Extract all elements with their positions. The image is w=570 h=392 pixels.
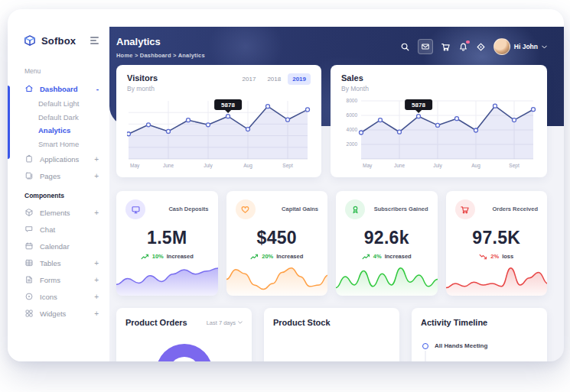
stat-card-orders-received: Orders Received 97.5K 2% loss bbox=[446, 191, 548, 296]
sidebar-item-label: Calendar bbox=[40, 242, 70, 251]
sidebar-subitem-default-light[interactable]: Default Light bbox=[8, 97, 109, 111]
filter-label: Last 7 days bbox=[207, 319, 236, 326]
pages-icon bbox=[24, 171, 34, 180]
heart-icon bbox=[236, 199, 256, 219]
sidebar-item-label: Tables bbox=[40, 259, 60, 267]
sales-card: Sales By Month 2000400060008000MayJuneJu… bbox=[331, 65, 547, 177]
card-title: Activity Timeline bbox=[421, 318, 487, 327]
trend-down-icon bbox=[479, 254, 487, 260]
sidebar-item-tables[interactable]: Tables + bbox=[8, 254, 109, 271]
year-2019-button[interactable]: 2019 bbox=[288, 73, 311, 85]
visitors-card-heading: Visitors By month bbox=[127, 73, 158, 92]
product-orders-donut-chart bbox=[156, 344, 213, 361]
cube-icon bbox=[24, 208, 34, 217]
trend-label: Increased bbox=[276, 253, 303, 260]
svg-text:8000: 8000 bbox=[347, 98, 358, 103]
sidebar-item-dashboard[interactable]: Dashboard - bbox=[8, 80, 109, 97]
sidebar-item-label: Pages bbox=[40, 172, 60, 180]
svg-text:June: June bbox=[394, 163, 405, 168]
timeline-marker-icon bbox=[422, 343, 428, 349]
stat-title: Orders Received bbox=[492, 206, 538, 213]
card-title: Product Orders bbox=[125, 318, 187, 327]
bottom-row: Product Orders Last 7 days Product Stock bbox=[116, 308, 547, 361]
expand-indicator: + bbox=[94, 293, 99, 301]
sidebar-item-label: Elements bbox=[40, 209, 70, 217]
sidebar-toggle-icon[interactable] bbox=[89, 35, 100, 46]
chat-icon bbox=[24, 225, 34, 234]
svg-text:2000: 2000 bbox=[347, 141, 358, 147]
year-2017-button[interactable]: 2017 bbox=[238, 73, 261, 85]
content: Visitors By month 2017 2018 2019 MayJune… bbox=[109, 9, 564, 361]
widgets-icon bbox=[24, 309, 34, 318]
svg-text:Aug: Aug bbox=[243, 163, 252, 169]
subitem-label: Default Light bbox=[38, 99, 79, 108]
expand-indicator: + bbox=[94, 276, 99, 284]
sidebar-item-widgets[interactable]: Widgets + bbox=[8, 305, 109, 322]
target-icon bbox=[24, 292, 34, 301]
svg-text:4000: 4000 bbox=[347, 127, 358, 132]
svg-text:May: May bbox=[363, 163, 373, 169]
logo-row: Sofbox bbox=[8, 9, 109, 47]
last-7-days-dropdown[interactable]: Last 7 days bbox=[207, 319, 243, 326]
stat-value: $450 bbox=[236, 228, 319, 248]
stat-title: Subscribers Gained bbox=[374, 206, 428, 213]
sidebar-item-forms[interactable]: Forms + bbox=[8, 271, 109, 288]
main-area: Analytics Home > Dashboard > Analytics bbox=[109, 9, 564, 361]
sidebar-subitem-analytics[interactable]: Analytics bbox=[8, 124, 109, 138]
trend-label: loss bbox=[502, 253, 513, 260]
file-icon bbox=[24, 275, 34, 284]
logo-text: Sofbox bbox=[41, 35, 76, 47]
chevron-down-icon bbox=[238, 321, 243, 324]
sofbox-logo-icon bbox=[23, 34, 37, 47]
collapse-indicator: - bbox=[96, 85, 99, 93]
sidebar-item-calendar[interactable]: Calendar bbox=[8, 238, 109, 254]
card-subtitle: By Month bbox=[341, 85, 369, 92]
svg-text:June: June bbox=[163, 163, 174, 168]
sidebar-item-icons[interactable]: Icons + bbox=[8, 288, 109, 305]
trend-percent: 20% bbox=[262, 253, 273, 260]
cart-icon bbox=[455, 199, 475, 219]
card-title: Product Stock bbox=[273, 318, 331, 327]
trend-up-icon bbox=[141, 254, 149, 260]
charts-row: Visitors By month 2017 2018 2019 MayJune… bbox=[116, 65, 547, 177]
subscribers-gained-sparkline bbox=[336, 262, 438, 296]
expand-indicator: + bbox=[94, 155, 99, 164]
subitem-label: Smart Home bbox=[38, 140, 79, 148]
sidebar-item-elements[interactable]: Elements + bbox=[8, 204, 109, 221]
svg-text:May: May bbox=[130, 163, 140, 169]
trend-percent: 10% bbox=[152, 253, 164, 260]
product-stock-card: Product Stock bbox=[264, 308, 399, 361]
sidebar-subitem-default-dark[interactable]: Default Dark bbox=[8, 111, 109, 125]
trend-up-icon bbox=[250, 254, 259, 260]
expand-indicator: + bbox=[94, 309, 99, 318]
timeline-item[interactable]: All Hands Meeting bbox=[421, 342, 538, 349]
stat-value: 97.5K bbox=[455, 228, 539, 248]
stat-card-subscribers-gained: Subscribers Gained 92.6k 4% Increased bbox=[336, 191, 438, 296]
sidebar-item-applications[interactable]: Applications + bbox=[8, 151, 109, 167]
year-2018-button[interactable]: 2018 bbox=[262, 73, 285, 85]
stat-title: Cash Deposits bbox=[168, 206, 208, 213]
stat-card-cash-deposits: Cash Deposits 1.5M 10% Increased bbox=[116, 191, 218, 296]
sidebar-item-label: Dashboard bbox=[40, 85, 78, 93]
sidebar: Sofbox Menu Dashboard - Default Light De… bbox=[8, 9, 109, 361]
card-title: Visitors bbox=[127, 73, 158, 83]
visitors-card: Visitors By month 2017 2018 2019 MayJune… bbox=[116, 65, 321, 177]
expand-indicator: + bbox=[94, 172, 99, 180]
sales-card-heading: Sales By Month bbox=[341, 73, 369, 92]
sidebar-item-label: Applications bbox=[40, 155, 79, 164]
year-filter: 2017 2018 2019 bbox=[238, 73, 311, 85]
product-orders-card: Product Orders Last 7 days bbox=[116, 308, 252, 361]
home-icon bbox=[24, 84, 34, 93]
card-title: Sales bbox=[341, 73, 369, 83]
sidebar-item-label: Widgets bbox=[40, 309, 66, 318]
subitem-label: Analytics bbox=[38, 126, 70, 134]
sales-line-chart[interactable]: 2000400060008000MayJuneJulyAugSept5878 bbox=[341, 94, 536, 169]
sidebar-subitem-smart-home[interactable]: Smart Home bbox=[8, 138, 109, 151]
visitors-line-chart[interactable]: MayJuneJulyAugSept5878 bbox=[127, 94, 311, 169]
calendar-icon bbox=[24, 241, 34, 251]
clipboard-icon bbox=[24, 154, 34, 164]
sidebar-item-pages[interactable]: Pages + bbox=[8, 167, 109, 184]
cash-deposits-sparkline bbox=[116, 262, 218, 296]
sidebar-item-chat[interactable]: Chat bbox=[8, 221, 109, 238]
trend-label: Increased bbox=[167, 253, 194, 260]
